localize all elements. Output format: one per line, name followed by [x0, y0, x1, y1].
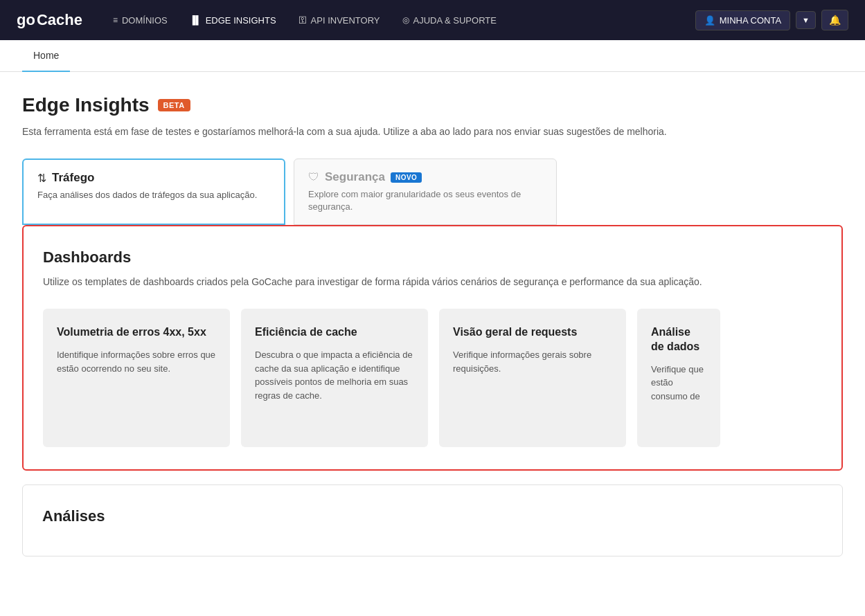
dashboards-title: Dashboards — [43, 248, 822, 266]
ajuda-suporte-icon: ◎ — [402, 15, 409, 25]
trafego-icon: ⇅ — [37, 172, 46, 185]
account-dropdown-button[interactable]: ▼ — [796, 11, 816, 29]
logo[interactable]: goCache — [17, 11, 82, 29]
navbar-links: ≡ DOMÍNIOS ▐▌ EDGE INSIGHTS ⚿ API INVENT… — [105, 10, 673, 31]
notification-icon: 🔔 — [829, 15, 841, 26]
tab-seguranca-desc: Explore com maior granularidade os seus … — [308, 188, 542, 213]
tab-seguranca[interactable]: 🛡 Segurança NOVO Explore com maior granu… — [294, 158, 557, 225]
page-content: Home Edge Insights BETA Esta ferramenta … — [0, 40, 865, 616]
dashboards-section: Dashboards Utilize os templates de dashb… — [22, 225, 843, 471]
account-label: MINHA CONTA — [720, 15, 781, 26]
dropdown-icon: ▼ — [802, 16, 810, 24]
api-inventory-icon: ⚿ — [298, 15, 307, 25]
section-tabs: ⇅ Tráfego Faça análises dos dados de trá… — [22, 158, 843, 225]
novo-badge: NOVO — [391, 172, 422, 183]
nav-dominios-label: DOMÍNIOS — [122, 15, 168, 26]
edge-insights-icon: ▐▌ — [190, 15, 202, 25]
navbar: goCache ≡ DOMÍNIOS ▐▌ EDGE INSIGHTS ⚿ AP… — [0, 0, 865, 40]
card-analise-dados-title: Análise de dados — [651, 325, 706, 354]
card-eficiencia-cache[interactable]: Eficiência de cache Descubra o que impac… — [241, 309, 428, 447]
nav-edge-insights[interactable]: ▐▌ EDGE INSIGHTS — [181, 10, 285, 31]
breadcrumb-bar: Home — [0, 40, 865, 72]
tab-trafego-title: Tráfego — [52, 171, 94, 185]
tab-seguranca-title-row: 🛡 Segurança NOVO — [308, 170, 542, 184]
logo-cache: Cache — [37, 11, 82, 29]
card-visao-geral-requests[interactable]: Visão geral de requests Verifique inform… — [439, 309, 626, 447]
card-analise-dados-desc: Verifique que estão consumo de — [651, 363, 706, 404]
page-subtitle: Esta ferramenta está em fase de testes e… — [22, 125, 843, 139]
nav-ajuda-suporte-label: AJUDA & SUPORTE — [413, 15, 497, 26]
account-button[interactable]: 👤 MINHA CONTA — [695, 10, 790, 30]
logo-go: go — [17, 11, 35, 29]
tab-trafego-desc: Faça análises dos dados de tráfegos da s… — [37, 189, 270, 201]
content-wrapper: Dashboards Utilize os templates de dashb… — [0, 225, 865, 579]
card-erros-4xx-5xx-title: Volumetria de erros 4xx, 5xx — [57, 325, 216, 340]
card-eficiencia-cache-desc: Descubra o que impacta a eficiência de c… — [255, 348, 414, 402]
seguranca-icon: 🛡 — [308, 171, 319, 183]
tab-trafego[interactable]: ⇅ Tráfego Faça análises dos dados de trá… — [22, 158, 285, 225]
breadcrumb-home[interactable]: Home — [22, 40, 70, 72]
card-visao-geral-requests-title: Visão geral de requests — [453, 325, 612, 340]
card-visao-geral-requests-desc: Verifique informações gerais sobre requi… — [453, 348, 612, 375]
card-erros-4xx-5xx-desc: Identifique informações sobre erros que … — [57, 348, 216, 375]
dashboard-cards-row: Volumetria de erros 4xx, 5xx Identifique… — [43, 309, 822, 447]
tab-seguranca-title: Segurança — [325, 170, 385, 184]
dashboards-desc: Utilize os templates de dashboards criad… — [43, 275, 822, 289]
tab-trafego-title-row: ⇅ Tráfego — [37, 171, 270, 185]
card-analise-dados[interactable]: Análise de dados Verifique que estão con… — [637, 309, 720, 447]
nav-ajuda-suporte[interactable]: ◎ AJUDA & SUPORTE — [394, 10, 505, 31]
nav-edge-insights-label: EDGE INSIGHTS — [206, 15, 276, 26]
notification-button[interactable]: 🔔 — [821, 10, 848, 30]
beta-badge: BETA — [158, 99, 190, 111]
page-body: Edge Insights BETA Esta ferramenta está … — [0, 72, 865, 225]
page-title: Edge Insights — [22, 94, 150, 116]
card-eficiencia-cache-title: Eficiência de cache — [255, 325, 414, 340]
nav-api-inventory[interactable]: ⚿ API INVENTORY — [290, 10, 389, 31]
navbar-right: 👤 MINHA CONTA ▼ 🔔 — [695, 10, 848, 30]
card-erros-4xx-5xx[interactable]: Volumetria de erros 4xx, 5xx Identifique… — [43, 309, 230, 447]
page-title-row: Edge Insights BETA — [22, 94, 843, 116]
nav-dominios[interactable]: ≡ DOMÍNIOS — [105, 10, 176, 31]
analyses-section: Análises — [22, 484, 843, 556]
nav-api-inventory-label: API INVENTORY — [311, 15, 380, 26]
dominios-icon: ≡ — [113, 15, 118, 25]
account-icon: 👤 — [704, 15, 715, 26]
analyses-title: Análises — [42, 507, 823, 525]
